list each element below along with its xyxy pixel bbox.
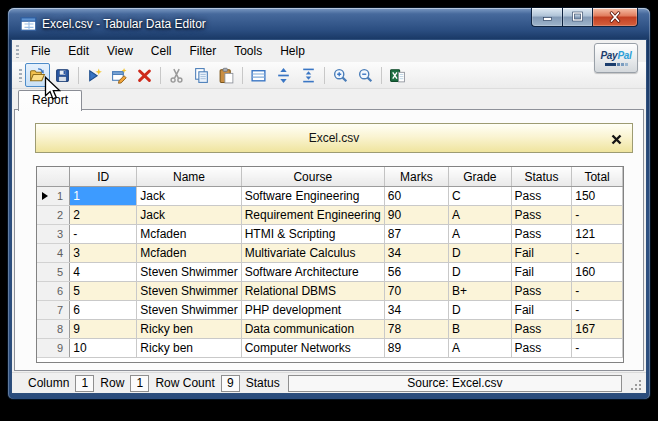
cell[interactable]: Fail bbox=[511, 244, 572, 263]
table-row[interactable]: 89Ricky benData communication78BPass167 bbox=[37, 320, 623, 339]
zoom-out-button[interactable] bbox=[353, 63, 378, 87]
cell[interactable]: B+ bbox=[449, 282, 511, 301]
table-row[interactable]: 54Steven ShwimmerSoftware Architecture56… bbox=[37, 263, 623, 282]
row-header[interactable]: 4 bbox=[37, 244, 70, 263]
cell[interactable]: 60 bbox=[384, 187, 448, 206]
cell[interactable]: Ricky ben bbox=[137, 320, 241, 339]
cell[interactable]: B bbox=[449, 320, 511, 339]
row-header[interactable]: 7 bbox=[37, 301, 70, 320]
cell[interactable]: 6 bbox=[70, 301, 137, 320]
menu-item[interactable]: Cell bbox=[142, 41, 181, 61]
zoom-in-button[interactable] bbox=[328, 63, 353, 87]
toolbar-grip[interactable] bbox=[19, 69, 22, 82]
cell[interactable]: 89 bbox=[384, 339, 448, 358]
cell[interactable]: A bbox=[449, 206, 511, 225]
cell[interactable]: 34 bbox=[384, 301, 448, 320]
menubar-grip[interactable] bbox=[16, 45, 19, 58]
paste-button[interactable] bbox=[214, 63, 239, 87]
row-header[interactable]: 3 bbox=[37, 225, 70, 244]
menu-item[interactable]: View bbox=[98, 41, 142, 61]
table-row[interactable]: 76Steven ShwimmerPHP development34DFail- bbox=[37, 301, 623, 320]
cell[interactable]: Data communication bbox=[241, 320, 384, 339]
cell[interactable]: Pass bbox=[511, 225, 572, 244]
cell[interactable]: Steven Shwimmer bbox=[137, 263, 241, 282]
table-row[interactable]: 3-McfadenHTMI & Scripting87APass121 bbox=[37, 225, 623, 244]
close-button[interactable] bbox=[593, 8, 638, 27]
cell[interactable]: 34 bbox=[384, 244, 448, 263]
menu-item[interactable]: Help bbox=[271, 41, 314, 61]
grid-corner[interactable] bbox=[37, 167, 70, 187]
cell[interactable]: - bbox=[70, 225, 137, 244]
minimize-button[interactable] bbox=[531, 8, 562, 27]
cell[interactable]: - bbox=[572, 206, 623, 225]
cell[interactable]: Pass bbox=[511, 206, 572, 225]
cell[interactable]: C bbox=[449, 187, 511, 206]
maximize-button[interactable] bbox=[562, 8, 593, 27]
cell[interactable]: Multivariate Calculus bbox=[241, 244, 384, 263]
cell[interactable]: 70 bbox=[384, 282, 448, 301]
banner-close-button[interactable] bbox=[608, 131, 624, 147]
cell[interactable]: 10 bbox=[70, 339, 137, 358]
cell[interactable]: HTMI & Scripting bbox=[241, 225, 384, 244]
column-header-grade[interactable]: Grade bbox=[449, 167, 511, 187]
delete-button[interactable] bbox=[132, 63, 157, 87]
cell[interactable]: Pass bbox=[511, 187, 572, 206]
cell[interactable]: - bbox=[572, 244, 623, 263]
cell[interactable]: Fail bbox=[511, 301, 572, 320]
collapse-rows-button[interactable] bbox=[296, 63, 321, 87]
column-header-course[interactable]: Course bbox=[241, 167, 384, 187]
table-row[interactable]: 43McfadenMultivariate Calculus34DFail- bbox=[37, 244, 623, 263]
cell[interactable]: Ricky ben bbox=[137, 339, 241, 358]
cell[interactable]: 87 bbox=[384, 225, 448, 244]
cell[interactable]: Mcfaden bbox=[137, 244, 241, 263]
row-header[interactable]: 5 bbox=[37, 263, 70, 282]
column-header-status[interactable]: Status bbox=[511, 167, 572, 187]
resize-grip[interactable] bbox=[630, 379, 642, 391]
run-button[interactable] bbox=[82, 63, 107, 87]
cell[interactable]: Pass bbox=[511, 282, 572, 301]
cell[interactable]: 121 bbox=[572, 225, 623, 244]
cell[interactable]: D bbox=[449, 263, 511, 282]
fit-columns-button[interactable] bbox=[246, 63, 271, 87]
cut-button[interactable] bbox=[164, 63, 189, 87]
cell[interactable]: 4 bbox=[70, 263, 137, 282]
cell[interactable]: - bbox=[572, 301, 623, 320]
menu-item[interactable]: Edit bbox=[59, 41, 98, 61]
cell[interactable]: 90 bbox=[384, 206, 448, 225]
paypal-button[interactable]: PayPal bbox=[594, 43, 638, 73]
cell[interactable]: Pass bbox=[511, 339, 572, 358]
cell[interactable]: Mcfaden bbox=[137, 225, 241, 244]
export-excel-button[interactable] bbox=[385, 63, 410, 87]
edit-cell-button[interactable] bbox=[107, 63, 132, 87]
cell[interactable]: A bbox=[449, 225, 511, 244]
cell[interactable]: 150 bbox=[572, 187, 623, 206]
cell[interactable]: 2 bbox=[70, 206, 137, 225]
cell[interactable]: 56 bbox=[384, 263, 448, 282]
column-header-marks[interactable]: Marks bbox=[384, 167, 448, 187]
expand-rows-button[interactable] bbox=[271, 63, 296, 87]
row-header[interactable]: 1 bbox=[37, 187, 70, 206]
cell[interactable]: Software Engineering bbox=[241, 187, 384, 206]
menu-item[interactable]: Filter bbox=[181, 41, 226, 61]
row-header[interactable]: 8 bbox=[37, 320, 70, 339]
cell[interactable]: Jack bbox=[137, 187, 241, 206]
cell[interactable]: - bbox=[572, 339, 623, 358]
column-header-name[interactable]: Name bbox=[137, 167, 241, 187]
cell[interactable]: 1 bbox=[70, 187, 137, 206]
cell[interactable]: 78 bbox=[384, 320, 448, 339]
cell[interactable]: D bbox=[449, 244, 511, 263]
cell[interactable]: D bbox=[449, 301, 511, 320]
cell[interactable]: - bbox=[572, 282, 623, 301]
cell[interactable]: Steven Shwimmer bbox=[137, 301, 241, 320]
cell[interactable]: 5 bbox=[70, 282, 137, 301]
cell[interactable]: 9 bbox=[70, 320, 137, 339]
table-row[interactable]: 910Ricky benComputer Networks89APass- bbox=[37, 339, 623, 358]
cell[interactable]: Pass bbox=[511, 320, 572, 339]
table-row[interactable]: 11JackSoftware Engineering60CPass150 bbox=[37, 187, 623, 206]
cell[interactable]: Computer Networks bbox=[241, 339, 384, 358]
column-header-id[interactable]: ID bbox=[70, 167, 137, 187]
cell[interactable]: PHP development bbox=[241, 301, 384, 320]
cell[interactable]: A bbox=[449, 339, 511, 358]
table-row[interactable]: 22JackRequirement Engineering90APass- bbox=[37, 206, 623, 225]
cell[interactable]: Fail bbox=[511, 263, 572, 282]
